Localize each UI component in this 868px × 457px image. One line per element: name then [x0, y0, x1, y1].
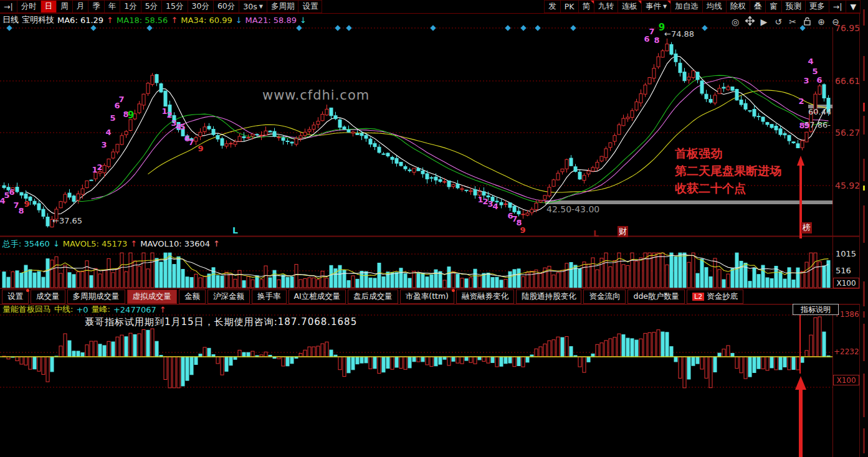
lock-icon[interactable] [802, 17, 812, 27]
sidebar-mark [863, 324, 865, 361]
indicator-tab[interactable]: 盘后成交量 [348, 290, 398, 304]
indicator-tab[interactable]: 设置 [2, 290, 29, 304]
indicator-tab[interactable]: AI立桩成交量 [289, 290, 346, 304]
indicator-tab[interactable]: 虚拟成交量 [127, 290, 178, 304]
indicator-tab-label: 成交量 [36, 291, 60, 302]
quick-button[interactable]: PK [560, 0, 579, 13]
sidebar-mark [863, 311, 865, 318]
indicator-help-button[interactable]: 指标说明 [793, 304, 839, 315]
quick-button[interactable]: ▼ [846, 0, 861, 13]
period-button-label: 设置 [302, 1, 318, 12]
period-button[interactable]: 1分 [120, 0, 141, 13]
period-button-label: 分时 [21, 1, 37, 12]
indicator-tab[interactable]: 资金流向 [583, 290, 626, 304]
play-icon[interactable]: ▶ [759, 17, 769, 27]
period-button[interactable]: 季 [88, 0, 105, 13]
indicator-tab[interactable]: L2资金抄底 [687, 290, 743, 304]
quick-button[interactable]: →| [829, 0, 847, 13]
quick-button[interactable]: 加自选 [670, 0, 703, 13]
period-button[interactable]: 30分 [188, 0, 214, 13]
scissors-icon[interactable]: ✂ [788, 17, 798, 27]
axis-label: 516 [836, 266, 851, 275]
period-button[interactable]: 周 [56, 0, 73, 13]
volume-field: MAVOL5: 45173 [63, 239, 128, 248]
indicator-tab[interactable]: 沪深金额 [207, 290, 250, 304]
period-button-label: 日 [45, 1, 53, 12]
indicator-tab[interactable]: 金额 [179, 290, 206, 304]
volume-scale-label: X100 [833, 278, 859, 288]
indicator-tab[interactable]: 陆股通持股变化 [516, 290, 582, 304]
chart-tool-icons: ◎▶↺✂⊕⊖ [730, 16, 841, 27]
legend-field: ↓ [236, 16, 242, 25]
indicator-tab[interactable]: 换手率 [252, 290, 287, 304]
top-toolbar: →|分时日周月季年1分5分15分30分60分30s▼多周期设置 发PK简九转连板… [0, 0, 861, 14]
quick-button[interactable]: 连板 [618, 0, 642, 13]
period-button[interactable]: 日 [41, 0, 57, 13]
indicator-field: 量峰: [92, 304, 110, 315]
axis-label: 1015 [836, 249, 856, 258]
quick-button[interactable]: 叠 [750, 0, 766, 13]
quick-button[interactable]: 除权 [726, 0, 750, 13]
quick-button[interactable]: 简 [578, 0, 595, 13]
sidebar-mark [863, 159, 865, 181]
quick-button-label: 窗 [770, 1, 778, 12]
period-button[interactable]: 15分 [161, 0, 188, 13]
right-sidebar[interactable] [859, 0, 868, 457]
indicator-tab[interactable]: 成交量 [31, 290, 65, 304]
sidebar-mark [863, 9, 865, 26]
legend-field: 日线 [2, 14, 19, 26]
zoom-out-icon[interactable]: ⊖ [831, 17, 841, 27]
period-button-label: 5分 [145, 1, 158, 12]
legend-field: ↑ [171, 16, 178, 25]
quick-button[interactable]: 九转 [594, 0, 618, 13]
period-button-label: 1分 [124, 1, 136, 12]
indicator-tab[interactable]: 市盈率(ttm) [400, 290, 454, 304]
indicator-tab[interactable]: 融资融券变化 [456, 290, 514, 304]
chart-canvas[interactable] [0, 0, 868, 457]
period-button[interactable]: →| [0, 0, 17, 13]
period-button[interactable]: 分时 [17, 0, 41, 13]
period-button-label: 月 [77, 1, 85, 12]
axis-label: 66.61 [835, 76, 860, 86]
indicator-tab[interactable]: dde散户数量 [627, 290, 685, 304]
indicator-tabbar: 设置成交量多周期成交量虚拟成交量金额沪深金额换手率AI立桩成交量盘后成交量市盈率… [0, 289, 862, 304]
pan-icon[interactable] [745, 16, 755, 27]
quick-button[interactable]: 事件▼ [641, 0, 671, 13]
period-button-label: 30s [243, 2, 257, 11]
indicator-tab-label: 设置 [7, 291, 23, 302]
quick-button[interactable]: 更多 [805, 0, 829, 13]
sidebar-mark [863, 116, 865, 134]
period-button[interactable]: 60分 [213, 0, 239, 13]
app-window: →|分时日周月季年1分5分15分30分60分30s▼多周期设置 发PK简九转连板… [0, 0, 868, 457]
eye-icon[interactable]: ◎ [730, 17, 740, 27]
zoom-in-icon[interactable]: ⊕ [816, 17, 826, 27]
quick-button-label: 事件 [646, 1, 661, 12]
indicator-tab-label: 陆股通持股变化 [522, 291, 576, 302]
sidebar-mark [863, 103, 865, 111]
quick-button-label: 预测 [786, 1, 801, 12]
period-button[interactable]: 5分 [141, 0, 162, 13]
ma-legend: 日线宝明科技MA6: 61.29↑MA18: 58.56↑MA34: 60.99… [0, 14, 732, 26]
l2-badge: L2 [692, 293, 704, 301]
period-button-label: 季 [92, 1, 100, 12]
period-button[interactable]: 30s▼ [239, 0, 267, 13]
indicator-field: 量能首板回马 [2, 304, 51, 315]
period-button-label: 周 [60, 1, 69, 12]
quick-button[interactable]: 发 [544, 0, 561, 13]
quick-button[interactable]: 均线 [702, 0, 727, 13]
indicator-tab-label: 换手率 [257, 291, 281, 302]
quick-button[interactable]: 窗 [765, 0, 782, 13]
indicator-tab[interactable]: 多周期成交量 [67, 290, 125, 304]
undo-icon[interactable]: ↺ [773, 17, 783, 27]
indicator-tab-label: 虚拟成交量 [133, 291, 172, 302]
quick-button[interactable]: 预测 [781, 0, 806, 13]
period-button[interactable]: 设置 [298, 0, 322, 13]
sidebar-mark [863, 56, 865, 81]
chevron-down-icon: ▼ [259, 4, 263, 9]
period-button[interactable]: 月 [72, 0, 89, 13]
quick-button-label: 简 [583, 1, 591, 12]
period-button[interactable]: 年 [104, 0, 121, 13]
period-button[interactable]: 多周期 [267, 0, 299, 13]
sidebar-mark [863, 281, 865, 306]
legend-field: MA18: 58.56 [117, 16, 168, 25]
